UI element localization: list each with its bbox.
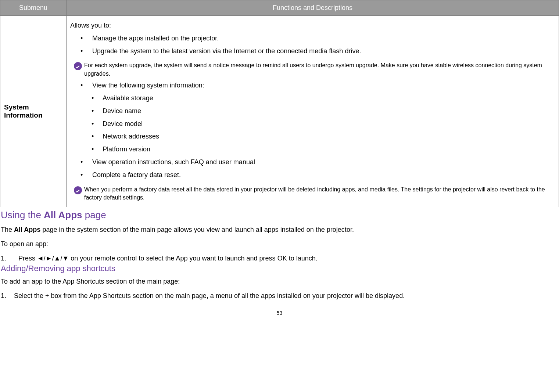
- pencil-note-icon: [74, 62, 82, 70]
- row-title: System Information: [0, 16, 67, 207]
- svg-point-3: [74, 186, 82, 194]
- submenu-table: Submenu Functions and Descriptions Syste…: [0, 0, 559, 207]
- step-number: 1.: [1, 255, 6, 262]
- ok-key: OK: [277, 255, 287, 262]
- pencil-note-icon: [74, 186, 82, 194]
- p1-post: page in the system section of the main p…: [40, 226, 354, 233]
- list-item: 1. Select the + box from the App Shortcu…: [1, 292, 559, 300]
- step-mid: on your remote control to select the App…: [69, 255, 277, 262]
- step-pre: Press: [18, 255, 37, 262]
- step-post: box from the App Shortcuts section on th…: [49, 292, 405, 299]
- heading-bold: All Apps: [44, 209, 82, 220]
- step-number: 1.: [1, 292, 6, 300]
- list-item: Device name: [70, 106, 555, 116]
- page-number: 53: [0, 310, 559, 316]
- list-item: Upgrade the system to the latest version…: [70, 46, 555, 57]
- ordered-list: 1. Press ◄/►/▲/▼ on your remote control …: [1, 255, 559, 262]
- list-item: Complete a factory data reset.: [70, 170, 555, 180]
- list-item: Network addresses: [70, 131, 555, 142]
- direction-keys: ◄/►/▲/▼: [37, 255, 69, 262]
- heading-post: page: [82, 209, 106, 220]
- plus-key: +: [45, 292, 49, 299]
- note-text: When you perform a factory data reset al…: [84, 186, 555, 202]
- list-item: View operation instructions, such FAQ an…: [70, 157, 555, 168]
- heading-pre: Using the: [1, 209, 44, 220]
- table-header-submenu: Submenu: [0, 0, 67, 16]
- step-post: to launch.: [287, 255, 318, 262]
- p1-bold: All Apps: [14, 226, 40, 233]
- svg-point-0: [74, 62, 82, 70]
- list-item: Device model: [70, 119, 555, 129]
- body-paragraph: To add an app to the App Shortcuts secti…: [1, 278, 559, 285]
- intro-text: Allows you to:: [70, 20, 555, 31]
- row-description: Allows you to: Manage the apps installed…: [67, 16, 559, 207]
- ordered-list: 1. Select the + box from the App Shortcu…: [1, 292, 559, 300]
- note-block: When you perform a factory data reset al…: [74, 186, 555, 202]
- row-title-line1: System: [4, 103, 29, 111]
- table-row: System Information Allows you to: Manage…: [0, 16, 559, 207]
- table-header-functions: Functions and Descriptions: [67, 0, 559, 16]
- list-item: 1. Press ◄/►/▲/▼ on your remote control …: [1, 255, 559, 262]
- list-item: View the following system information:: [70, 80, 555, 91]
- section-heading-all-apps: Using the All Apps page: [1, 209, 559, 221]
- note-block: For each system upgrade, the system will…: [74, 61, 555, 78]
- list-item: Manage the apps installed on the project…: [70, 33, 555, 44]
- list-item: Platform version: [70, 144, 555, 155]
- list-item: Available storage: [70, 93, 555, 104]
- sub-heading-shortcuts: Adding/Removing app shortcuts: [1, 264, 559, 273]
- row-title-line2: Information: [4, 111, 43, 119]
- body-paragraph: The All Apps page in the system section …: [1, 226, 559, 234]
- p1-pre: The: [1, 226, 14, 233]
- note-text: For each system upgrade, the system will…: [84, 61, 555, 78]
- body-paragraph: To open an app:: [1, 240, 559, 248]
- step-pre: Select the: [14, 292, 45, 299]
